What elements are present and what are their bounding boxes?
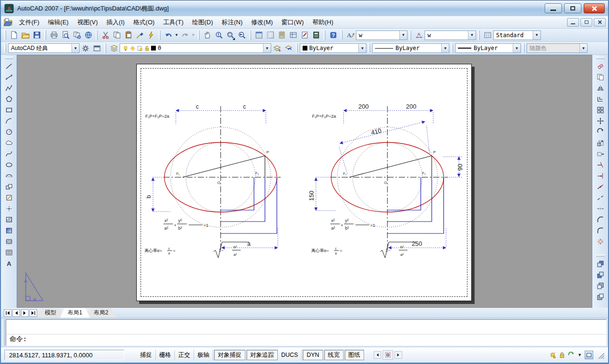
coordinate-display[interactable]: 2814.5127, 1118.9371, 0.0000: [4, 350, 124, 360]
ortho-toggle[interactable]: 正交: [175, 350, 194, 360]
layout-preview-button[interactable]: [383, 350, 393, 360]
region-button[interactable]: [3, 236, 15, 247]
explode-button[interactable]: [594, 236, 607, 247]
table-style-combo[interactable]: Standard▼: [493, 30, 541, 40]
osnap-toggle[interactable]: 对象捕捉: [214, 350, 245, 360]
erase-button[interactable]: [594, 61, 607, 71]
ducs-toggle[interactable]: DUCS: [278, 350, 302, 360]
menu-item-file[interactable]: 文件(F): [15, 17, 44, 28]
send-to-back-button[interactable]: [594, 269, 607, 280]
dim-style-combo[interactable]: w▼: [425, 30, 476, 40]
toolbar-grip[interactable]: [4, 43, 6, 53]
text-style-button[interactable]: [345, 30, 356, 41]
quickcalc-button[interactable]: [310, 30, 322, 41]
layer-combo[interactable]: 0 ▼: [120, 43, 271, 53]
redo-dropdown[interactable]: ▼: [191, 30, 196, 41]
clean-screen-button[interactable]: [585, 351, 593, 359]
sheet-set-manager-button[interactable]: [287, 30, 299, 41]
save-button[interactable]: [31, 30, 42, 41]
toolbar-grip[interactable]: [341, 30, 343, 40]
tab-layout1[interactable]: 布局1: [60, 308, 90, 318]
ellipse-diagram-dimensioned[interactable]: 200 200 410 150 90 250 F₁P+F₂P=2a F₁ F₂ …: [309, 102, 467, 260]
first-tab-button[interactable]: [4, 309, 11, 317]
tray-menu-caret[interactable]: ▼: [577, 353, 583, 357]
menu-item-dimension[interactable]: 标注(N): [217, 17, 247, 28]
dyn-toggle[interactable]: DYN: [303, 350, 323, 360]
close-button[interactable]: [584, 3, 605, 13]
bring-to-front-button[interactable]: [594, 258, 607, 269]
polygon-button[interactable]: [3, 93, 15, 104]
menu-item-insert[interactable]: 插入(I): [102, 17, 129, 28]
cut-button[interactable]: [100, 30, 111, 41]
toolbar-grip[interactable]: [596, 254, 605, 257]
fillet-button[interactable]: [594, 225, 607, 236]
paste-button[interactable]: [122, 30, 134, 41]
mdi-close-button[interactable]: [594, 18, 606, 27]
copy-object-button[interactable]: [594, 71, 607, 82]
toolbar-grip[interactable]: [96, 30, 98, 40]
web-publish-button[interactable]: [82, 30, 94, 41]
help-button[interactable]: [327, 30, 339, 41]
redo-button[interactable]: [179, 30, 191, 41]
next-tab-button[interactable]: [21, 309, 29, 317]
toolbar-grip[interactable]: [104, 43, 106, 53]
layer-viewport-freeze-icon[interactable]: [137, 45, 143, 51]
command-window-grip[interactable]: [2, 319, 5, 346]
chevron-down-icon[interactable]: ▼: [468, 31, 476, 40]
lineweight-toggle[interactable]: 线宽: [324, 350, 344, 360]
scale-button[interactable]: [594, 137, 607, 148]
chevron-down-icon[interactable]: ▼: [533, 31, 540, 40]
line-button[interactable]: [3, 61, 15, 71]
zoom-realtime-button[interactable]: [213, 30, 224, 41]
copy-button[interactable]: [111, 30, 122, 41]
hatch-button[interactable]: [3, 214, 15, 225]
offset-button[interactable]: [594, 93, 607, 104]
polar-toggle[interactable]: 极轴: [194, 350, 213, 360]
undo-button[interactable]: [162, 30, 174, 41]
polyline-button[interactable]: [3, 82, 15, 93]
tool-palettes-button[interactable]: [276, 30, 287, 41]
menu-item-format[interactable]: 格式(O): [129, 17, 159, 28]
minimize-button[interactable]: [545, 3, 562, 13]
last-tab-button[interactable]: [30, 309, 37, 317]
restore-button[interactable]: [564, 3, 581, 13]
layer-properties-button[interactable]: [108, 42, 120, 54]
ellipse-arc-button[interactable]: [3, 170, 15, 181]
drawing-file-icon[interactable]: [3, 18, 12, 26]
chevron-down-icon[interactable]: ▼: [399, 31, 407, 40]
multiline-text-button[interactable]: [3, 258, 15, 269]
workspace-combo[interactable]: AutoCAD 经典▼: [8, 43, 80, 53]
plot-preview-button[interactable]: [60, 30, 71, 41]
text-style-combo[interactable]: w▼: [356, 30, 407, 40]
ellipse-button[interactable]: [3, 159, 15, 170]
plot-button[interactable]: [48, 30, 60, 41]
layout-next-button[interactable]: [395, 351, 402, 359]
lineweight-combo[interactable]: ByLayer▼: [455, 43, 521, 53]
paper-model-toggle[interactable]: 图纸: [345, 350, 364, 360]
circle-button[interactable]: [3, 126, 15, 137]
extend-button[interactable]: [594, 170, 607, 181]
open-button[interactable]: [20, 30, 31, 41]
rotate-button[interactable]: [594, 126, 607, 137]
construction-line-button[interactable]: [3, 71, 15, 82]
ellipse-diagram-symbolic[interactable]: c c b a F₁P+F₂P=2a F₁ F₂ P O x² a² + y² …: [142, 102, 300, 260]
layout-prev-button[interactable]: [374, 351, 381, 359]
communication-center-icon[interactable]: [549, 352, 557, 359]
mdi-restore-button[interactable]: [580, 18, 592, 27]
toolbar-grip[interactable]: [451, 43, 453, 53]
command-text-area[interactable]: 命令:: [6, 319, 607, 346]
layer-freeze-sun-icon[interactable]: [130, 45, 136, 51]
mdi-minimize-button[interactable]: [567, 18, 579, 27]
toolbar-grip[interactable]: [249, 30, 251, 40]
point-button[interactable]: [3, 203, 15, 214]
toolbar-lock-icon[interactable]: [558, 352, 566, 359]
update-icon[interactable]: [568, 352, 575, 359]
join-button[interactable]: [594, 203, 607, 214]
menu-item-view[interactable]: 视图(V): [73, 17, 102, 28]
undo-dropdown[interactable]: ▼: [174, 30, 179, 41]
array-button[interactable]: [594, 104, 607, 115]
toolbar-grip[interactable]: [44, 30, 46, 40]
layer-lock-icon[interactable]: [144, 45, 150, 51]
menu-item-help[interactable]: 帮助(H): [308, 17, 338, 28]
rectangle-button[interactable]: [3, 104, 15, 115]
